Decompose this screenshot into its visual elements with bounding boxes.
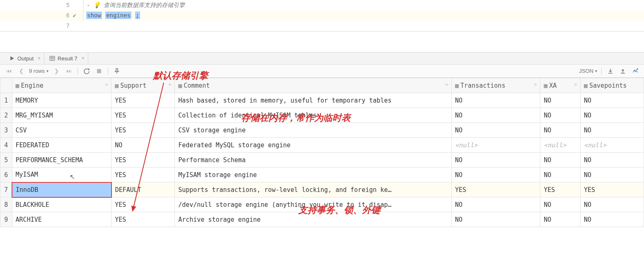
sort-icon[interactable]: ◇ [574,82,577,86]
result-grid[interactable]: ▦Engine◇ ▦Support◇ ▦Comment◇ ▦Transactio… [0,78,644,254]
table-row[interactable]: 8BLACKHOLEYES/dev/null storage engine (a… [0,197,644,212]
cell-engine[interactable]: MyISAM [12,168,111,182]
cell-savepoints[interactable]: NO [581,168,644,182]
cell-xa[interactable]: YES [540,182,581,197]
cell-transactions[interactable]: NO [452,168,540,182]
export-button[interactable] [606,67,615,76]
cell-support[interactable]: YES [111,153,175,168]
row-number[interactable]: 6 [0,168,12,182]
close-icon[interactable]: × [82,55,85,61]
settings-button[interactable] [631,67,640,76]
sort-icon[interactable]: ◇ [169,82,171,86]
cell-transactions[interactable]: NO [452,108,540,123]
sort-icon[interactable]: ◇ [534,82,537,86]
cell-engine[interactable]: MEMORY [12,93,111,108]
cell-comment[interactable]: Federated MySQL storage engine [175,138,452,153]
cell-xa[interactable]: NO [540,93,581,108]
cell-transactions[interactable]: YES [452,182,540,197]
sort-icon[interactable]: ◇ [445,82,448,86]
cell-savepoints[interactable]: NO [581,93,644,108]
next-page-button[interactable]: ❯ [52,67,61,76]
cell-comment[interactable]: Supports transactions, row-level locking… [175,182,452,197]
cell-engine[interactable]: FEDERATED [12,138,111,153]
table-row[interactable]: 9ARCHIVEYESArchive storage engineNONONO [0,212,644,227]
cell-xa[interactable]: NO [540,212,581,227]
row-number[interactable]: 7 [0,182,12,197]
tab-result[interactable]: Result 7 × [46,53,88,64]
close-icon[interactable]: × [38,55,41,61]
cell-comment[interactable]: CSV storage engine [175,123,452,138]
row-number[interactable]: 1 [0,93,12,108]
corner-cell[interactable] [0,78,12,93]
cell-transactions[interactable]: NO [452,93,540,108]
import-button[interactable] [618,67,627,76]
cell-transactions[interactable]: NO [452,153,540,168]
cell-xa[interactable]: NO [540,108,581,123]
column-header-transactions[interactable]: ▦Transactions◇ [452,78,540,93]
cell-savepoints[interactable]: NO [581,108,644,123]
cell-support[interactable]: YES [111,168,175,182]
table-row[interactable]: 7InnoDBDEFAULTSupports transactions, row… [0,182,644,197]
last-page-button[interactable]: ⏭ [64,67,73,76]
column-header-comment[interactable]: ▦Comment◇ [175,78,452,93]
cell-support[interactable]: YES [111,93,175,108]
cell-engine[interactable]: BLACKHOLE [12,197,111,212]
cell-savepoints[interactable]: NO [581,212,644,227]
cell-comment[interactable]: MyISAM storage engine [175,168,452,182]
view-mode-dropdown[interactable]: JSON ▾ [579,68,597,74]
cell-support[interactable]: YES [111,108,175,123]
prev-page-button[interactable]: ❮ [17,67,26,76]
cell-engine[interactable]: MRG_MYISAM [12,108,111,123]
cell-support[interactable]: YES [111,197,175,212]
column-header-support[interactable]: ▦Support◇ [111,78,175,93]
cell-transactions[interactable]: NO [452,123,540,138]
row-number[interactable]: 8 [0,197,12,212]
cell-support[interactable]: YES [111,212,175,227]
cell-transactions[interactable]: NO [452,212,540,227]
pin-button[interactable] [112,67,121,76]
cell-engine[interactable]: PERFORMANCE_SCHEMA [12,153,111,168]
row-number[interactable]: 4 [0,138,12,153]
cell-savepoints[interactable]: NO [581,153,644,168]
row-number[interactable]: 5 [0,153,12,168]
table-row[interactable]: 5PERFORMANCE_SCHEMAYESPerformance Schema… [0,153,644,168]
cell-savepoints[interactable]: <null> [581,138,644,153]
table-row[interactable]: 2MRG_MYISAMYESCollection of identical My… [0,108,644,123]
cell-comment[interactable]: Performance Schema [175,153,452,168]
cell-support[interactable]: NO [111,138,175,153]
cell-xa[interactable]: <null> [540,138,581,153]
sort-icon[interactable]: ◇ [105,82,108,86]
row-count-dropdown[interactable]: 9 rows ▾ [29,68,48,74]
cell-xa[interactable]: NO [540,197,581,212]
cell-xa[interactable]: NO [540,153,581,168]
refresh-button[interactable] [82,67,91,76]
table-row[interactable]: 3CSVYESCSV storage engineNONONO [0,123,644,138]
cell-comment[interactable]: Hash based, stored in memory, useful for… [175,93,452,108]
cell-transactions[interactable]: NO [452,197,540,212]
cell-savepoints[interactable]: YES [581,182,644,197]
sql-editor[interactable]: 5 - 💡 查询当前数据库支持的存储引擎 6 ✔ show engines [0,0,644,31]
cell-engine[interactable]: InnoDB [12,182,111,197]
table-row[interactable]: 4FEDERATEDNOFederated MySQL storage engi… [0,138,644,153]
column-header-savepoints[interactable]: ▦Savepoints [581,78,644,93]
cell-savepoints[interactable]: NO [581,123,644,138]
cell-comment[interactable]: Archive storage engine [175,212,452,227]
cell-comment[interactable]: /dev/null storage engine (anything you w… [175,197,452,212]
table-row[interactable]: 1MEMORYYESHash based, stored in memory, … [0,93,644,108]
cell-savepoints[interactable]: NO [581,197,644,212]
cell-xa[interactable]: NO [540,168,581,182]
row-number[interactable]: 2 [0,108,12,123]
row-number[interactable]: 3 [0,123,12,138]
first-page-button[interactable]: ⏮ [4,67,13,76]
column-header-xa[interactable]: ▦XA◇ [540,78,581,93]
cell-engine[interactable]: CSV [12,123,111,138]
cell-xa[interactable]: NO [540,123,581,138]
cell-transactions[interactable]: <null> [452,138,540,153]
table-row[interactable]: 6MyISAMYESMyISAM storage engineNONONO [0,168,644,182]
cell-comment[interactable]: Collection of identical MyISAM tables [175,108,452,123]
cell-engine[interactable]: ARCHIVE [12,212,111,227]
row-number[interactable]: 9 [0,212,12,227]
cell-support[interactable]: YES [111,123,175,138]
cell-support[interactable]: DEFAULT [111,182,175,197]
column-header-engine[interactable]: ▦Engine◇ [12,78,111,93]
